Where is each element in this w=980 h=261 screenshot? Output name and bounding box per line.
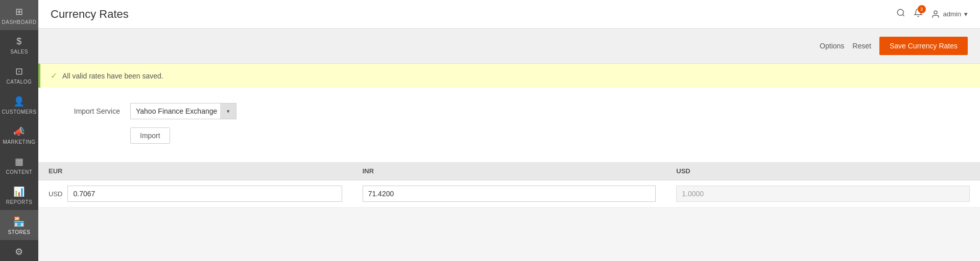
- save-currency-rates-button[interactable]: Save Currency Rates: [879, 37, 968, 55]
- sales-icon: $: [16, 36, 22, 47]
- reset-button[interactable]: Reset: [852, 42, 871, 50]
- sidebar-item-label: CUSTOMERS: [2, 109, 36, 115]
- table-header-row: EUR INR USD: [38, 162, 980, 180]
- import-service-row: Import Service Yahoo Finance Exchange Fi…: [59, 103, 960, 119]
- notification-count: 3: [918, 5, 926, 13]
- usd-eur-cell: USD: [38, 180, 352, 207]
- row-currency-label: USD: [49, 190, 62, 198]
- sidebar-item-label: CONTENT: [6, 169, 33, 175]
- sidebar-item-catalog[interactable]: ⊡ CATALOG: [0, 60, 38, 90]
- rates-table: EUR INR USD USD: [38, 162, 980, 207]
- sidebar-item-sales[interactable]: $ SALES: [0, 30, 38, 60]
- col-header-inr: INR: [352, 162, 666, 180]
- content-icon: ▦: [15, 156, 24, 167]
- import-service-label: Import Service: [59, 107, 120, 115]
- stores-icon: 🏪: [13, 216, 25, 227]
- svg-point-2: [934, 11, 937, 14]
- usd-usd-cell: [666, 180, 980, 207]
- main-content: Currency Rates 3 admin ▾: [38, 0, 980, 261]
- header-actions: 3 admin ▾: [896, 8, 968, 20]
- chevron-down-icon: ▾: [964, 10, 968, 18]
- dashboard-icon: ⊞: [15, 6, 23, 17]
- sidebar-item-content[interactable]: ▦ CONTENT: [0, 150, 38, 180]
- col-header-eur: EUR: [38, 162, 352, 180]
- toolbar: Options Reset Save Currency Rates: [38, 29, 980, 64]
- sidebar-item-stores[interactable]: 🏪 STORES: [0, 210, 38, 240]
- select-dropdown-button[interactable]: ▾: [220, 103, 236, 119]
- usd-inr-cell: [352, 180, 666, 207]
- import-button-row: Import: [59, 127, 960, 144]
- sidebar-item-reports[interactable]: 📊 REPORTS: [0, 180, 38, 210]
- import-service-select-wrapper: Yahoo Finance Exchange Fixed ▾: [130, 103, 236, 119]
- sidebar-item-customers[interactable]: 👤 CUSTOMERS: [0, 90, 38, 120]
- sidebar-item-marketing[interactable]: 📣 MARKETING: [0, 120, 38, 150]
- sidebar-item-label: MARKETING: [3, 139, 36, 145]
- system-icon: ⚙: [15, 246, 23, 257]
- svg-line-1: [902, 14, 904, 16]
- eur-rate-input[interactable]: [67, 186, 342, 202]
- sidebar-item-system[interactable]: ⚙: [0, 240, 38, 261]
- table-row: USD: [38, 180, 980, 207]
- inr-rate-input[interactable]: [363, 186, 656, 202]
- page-header: Currency Rates 3 admin ▾: [38, 0, 980, 29]
- options-button[interactable]: Options: [820, 42, 844, 50]
- notifications-button[interactable]: 3: [914, 8, 923, 20]
- sidebar-item-label: CATALOG: [7, 79, 32, 85]
- sidebar-item-label: REPORTS: [6, 199, 33, 205]
- svg-point-0: [897, 9, 903, 15]
- import-button[interactable]: Import: [130, 127, 170, 144]
- check-icon: ✓: [51, 71, 57, 81]
- rates-table-container: EUR INR USD USD: [38, 162, 980, 207]
- success-alert: ✓ All valid rates have been saved.: [38, 64, 980, 88]
- search-button[interactable]: [896, 8, 905, 20]
- col-header-usd: USD: [666, 162, 980, 180]
- reports-icon: 📊: [13, 186, 25, 197]
- sidebar: ⊞ DASHBOARD $ SALES ⊡ CATALOG 👤 CUSTOMER…: [0, 0, 38, 261]
- sidebar-item-label: STORES: [8, 229, 31, 235]
- alert-message: All valid rates have been saved.: [62, 72, 163, 80]
- admin-menu[interactable]: admin ▾: [931, 10, 968, 19]
- usd-rate-input: [676, 186, 970, 202]
- marketing-icon: 📣: [13, 126, 25, 137]
- sidebar-item-dashboard[interactable]: ⊞ DASHBOARD: [0, 0, 38, 30]
- page-content: ✓ All valid rates have been saved. Impor…: [38, 64, 980, 261]
- page-title: Currency Rates: [51, 8, 129, 21]
- catalog-icon: ⊡: [15, 66, 23, 77]
- sidebar-item-label: DASHBOARD: [2, 19, 37, 25]
- admin-label: admin: [943, 10, 961, 18]
- import-form-section: Import Service Yahoo Finance Exchange Fi…: [38, 88, 980, 162]
- customers-icon: 👤: [13, 96, 25, 107]
- sidebar-item-label: SALES: [10, 49, 28, 55]
